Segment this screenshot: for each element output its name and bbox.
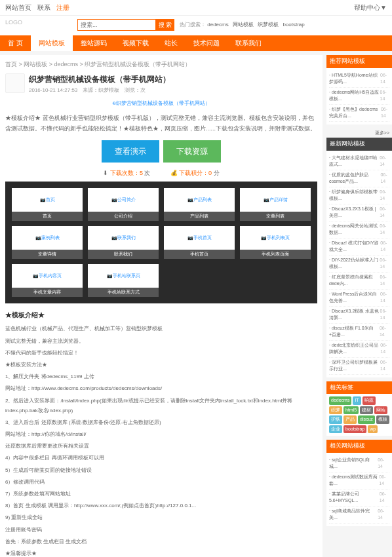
page-title: 织梦营销型机械设备模板（带手机网站） [29, 73, 170, 85]
side-title-recommend: 推荐网站模板 [326, 55, 392, 68]
side-title-latest: 最新网站模板 [326, 138, 392, 151]
list-item[interactable]: · 某某品牌公司5.6+MYSQL...06-14 [329, 490, 389, 507]
thumbnail[interactable]: 📷产品列表产品列表 [164, 188, 235, 221]
nav-item[interactable]: 整站源码 [73, 35, 115, 51]
list-item[interactable]: · sql商城商品软件完美...06-14 [329, 507, 389, 524]
list-item[interactable]: · WordPress后台淡米白色完善...06-14 [329, 290, 389, 307]
thumbnail[interactable]: 📷产品详情文章列表 [240, 188, 311, 221]
tag[interactable]: 织梦 [329, 406, 342, 415]
thumbnail[interactable]: 📷公司简介公司介绍 [88, 188, 159, 221]
avatar [5, 73, 25, 93]
thumbnail[interactable]: 📷手机列表页手机列表页面 [240, 226, 311, 259]
nav-item[interactable]: 技术问题 [186, 35, 227, 51]
list-item[interactable]: · HTML5导航Home站织梦源码...06-14 [329, 71, 389, 88]
article-meta: 2016-10-21 14:27:53 来源：织梦模板 浏览：次 [29, 86, 170, 94]
tag[interactable]: 产品 [343, 415, 357, 424]
section-title: ★模板介绍★ [5, 310, 317, 320]
top-contact[interactable]: 联系 [37, 4, 50, 11]
list-item[interactable]: · discuz模板 F1.0米白+百搭...06-14 [329, 324, 389, 341]
thumbnail[interactable]: 📷手机站联系页手机站联系方式 [88, 264, 159, 297]
hot-words: 热门搜索： dedecms 网站模板 织梦模板 bootstrap [180, 21, 307, 29]
download-button[interactable]: 下载资源 [163, 140, 221, 163]
search-button[interactable]: 搜 索 [156, 19, 174, 31]
more-link[interactable]: 更多>> [326, 128, 392, 138]
nav-item[interactable]: 首 页 [0, 35, 31, 51]
list-item[interactable]: · Discuz! 模式打包DIY游戏大全...06-14 [329, 239, 389, 256]
tag[interactable]: wp [368, 425, 378, 434]
stats: ⬇ 下载次数：5 次 💰 下载积分：0 分 [5, 169, 317, 178]
tag[interactable]: 企业 [329, 425, 342, 434]
tag[interactable]: IT [353, 396, 361, 405]
nav-item[interactable]: 联系我们 [227, 35, 269, 51]
thumbnail[interactable]: 📷手机首页手机首页 [164, 226, 235, 259]
list-item[interactable]: · dedecms测试数据库两套...06-14 [329, 472, 389, 490]
list-item[interactable]: · 织梦健身俱乐部模板带模板...06-14 [329, 187, 389, 204]
search-input[interactable] [77, 19, 156, 31]
nav-item[interactable]: 网站模板 [31, 35, 73, 51]
detail-text: 蓝色机械行业（机械产品、代理生产、机械加工等）营销型织梦模板测试完整无错，兼容主… [5, 324, 317, 557]
nav-item[interactable]: 站长 [157, 35, 186, 51]
tag[interactable]: 建材 [360, 406, 373, 415]
nav-item[interactable]: 视频下载 [115, 35, 157, 51]
tag[interactable]: 网站 [374, 406, 387, 415]
tag[interactable]: html5 [343, 406, 359, 415]
list-item[interactable]: · dedecms网站H5自适应模板...06-14 [329, 88, 389, 105]
list-item[interactable]: · dede北京纺织王公司品牌解决...06-14 [329, 341, 389, 358]
tag[interactable]: 护肤 [329, 415, 342, 424]
thumbnail[interactable]: 📷联系我们联系我们 [88, 226, 159, 259]
list-item[interactable]: · sql企业营销SQL商城...06-14 [329, 455, 389, 472]
list-item[interactable]: · DIY-2022仿站标准入门模板...06-14 [329, 256, 389, 273]
list-item[interactable]: · DiscuzX3.2X3.1模板 | 美容...06-14 [329, 204, 389, 221]
tag[interactable]: dedecms [329, 396, 351, 405]
thumbnail[interactable]: 📷手机内容页手机文章内容 [12, 264, 83, 297]
list-item[interactable]: · 织梦【黑色】dedecms完美后台...06-14 [329, 105, 389, 122]
tag[interactable]: discuz [358, 415, 375, 424]
side-title-tags: 相关标签 [326, 381, 392, 394]
list-item[interactable]: · dedecms网关仿站测试数据...06-14 [329, 221, 389, 239]
description: ★模板介绍★ 蓝色机械行业营销型织梦模板（带手机版），测试完整无错，兼容主流浏览… [5, 113, 317, 134]
tag[interactable]: 模板 [376, 415, 389, 424]
thumbnail[interactable]: 📷首页首页 [12, 188, 83, 221]
list-item[interactable]: · DiscuzX3.2模板 水蓝色清新...06-14 [329, 307, 389, 324]
tag[interactable]: 响应 [363, 396, 376, 405]
help-center[interactable]: 帮助中心▼ [354, 0, 387, 16]
tag[interactable]: bootstrap [343, 425, 366, 434]
list-item[interactable]: · 大气建材水泥地毯IT响应式...06-14 [329, 153, 389, 170]
top-register[interactable]: 注册 [56, 4, 69, 11]
gallery: 📷首页首页📷公司简介公司介绍📷产品列表产品列表📷产品详情文章列表📷案例列表文章详… [5, 182, 317, 303]
logo[interactable]: LOGO [5, 18, 51, 31]
demo-button[interactable]: 查看演示 [102, 140, 159, 163]
list-item[interactable]: · 深环卫公司织梦模板展示行业...06-14 [329, 358, 389, 375]
preview-link[interactable]: ⊕织梦营销型机械设备模板（带手机网站） [5, 100, 317, 107]
thumbnail[interactable]: 📷案例列表文章详情 [12, 226, 83, 259]
breadcrumb: 首页 > 网站模板 > dedecms > 织梦营销型机械设备模板（带手机网站） [5, 60, 317, 69]
list-item[interactable]: · 优质的蓝色护肤品cosmos产品...06-14 [329, 170, 389, 187]
side-title-related: 相关网站模板 [326, 440, 392, 453]
top-home[interactable]: 网站首页 [5, 4, 31, 11]
list-item[interactable]: · 红底背景校白搜索栏dede内...06-14 [329, 273, 389, 290]
